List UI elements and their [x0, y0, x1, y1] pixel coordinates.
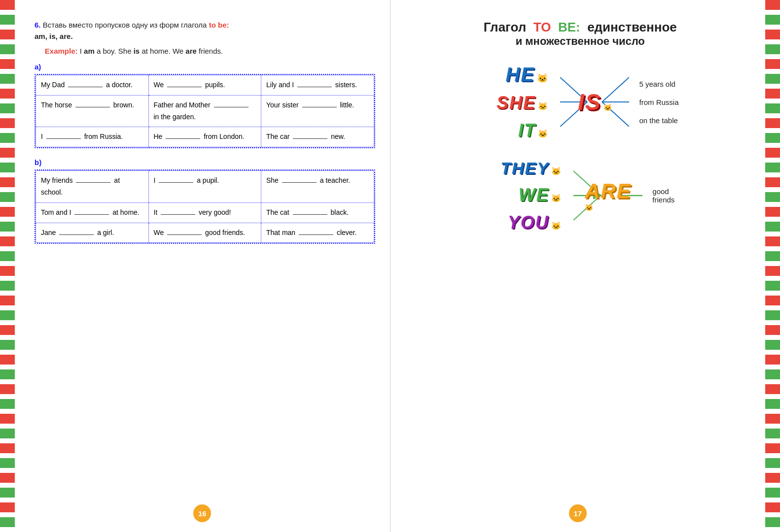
table-cell: My friends at school. — [36, 171, 149, 203]
main-content: 6. Вставь вместо пропусков одну из форм … — [15, 0, 765, 532]
table-cell: Jane a girl. — [36, 223, 149, 243]
he-pronoun: HE 🐱 — [505, 64, 548, 86]
blank — [166, 138, 200, 139]
desc3: on the table — [639, 116, 678, 125]
border-left — [0, 0, 15, 532]
are-verb: ARE — [585, 179, 632, 203]
is-word-ex: is — [134, 47, 140, 55]
page-number-right: 17 — [569, 504, 587, 522]
exercise-header: 6. Вставь вместо пропусков одну из форм … — [35, 20, 375, 42]
exercise-number: 6. — [35, 21, 41, 29]
table-cell: We pupils. — [148, 75, 261, 96]
title-edinst: единственное — [587, 20, 677, 34]
blank — [167, 234, 202, 235]
are-word-ex: are — [185, 47, 197, 55]
title-to: TO — [533, 20, 551, 34]
blank — [74, 214, 109, 215]
blank — [46, 138, 81, 139]
blank — [68, 87, 103, 87]
blank — [293, 214, 327, 215]
table-row: My Dad a doctor. We pupils. Lily and I s… — [36, 75, 374, 96]
exercise-table-b: My friends at school. I a pupil. She a t… — [35, 169, 375, 244]
forms: am, is, are. — [35, 32, 73, 40]
table-row: The horse brown. Father and Mother in th… — [36, 95, 374, 127]
table-cell: That man clever. — [261, 223, 374, 243]
blank — [299, 234, 333, 235]
left-page: 6. Вставь вместо пропусков одну из форм … — [15, 0, 390, 532]
table-cell: The cat black. — [261, 202, 374, 223]
right-title: Глагол TO BE: единственное и множественн… — [410, 20, 751, 48]
title-be: BE: — [558, 20, 580, 34]
table-cell: Lily and I sisters. — [261, 75, 374, 96]
she-pronoun: SHE 🐱 — [496, 93, 548, 113]
blank — [76, 182, 110, 183]
title-glagol: Глагол — [484, 20, 527, 34]
is-verb: IS — [578, 89, 601, 115]
page-number-left: 16 — [193, 504, 211, 522]
border-right — [765, 0, 780, 532]
table-cell: Tom and I at home. — [36, 202, 149, 223]
table-cell: Your sister little. — [261, 95, 374, 127]
table-cell: My Dad a doctor. — [36, 75, 149, 96]
blank — [214, 107, 248, 107]
table-cell: I a pupil. — [148, 171, 261, 203]
table-cell: It very good! — [148, 202, 261, 223]
blank — [302, 107, 337, 107]
they-pronoun: THEY 🐱 — [500, 159, 561, 178]
title-line1: Глагол TO BE: единственное — [410, 20, 751, 35]
blank — [161, 214, 195, 215]
table-cell: Father and Mother in the garden. — [148, 95, 261, 127]
example-line: Example: I am a boy. She is at home. We … — [35, 47, 375, 55]
table-cell: The car new. — [261, 127, 374, 147]
table-cell: The horse brown. — [36, 95, 149, 127]
title-line2: и множественное число — [410, 35, 751, 48]
table-row: My friends at school. I a pupil. She a t… — [36, 171, 374, 203]
blank — [297, 87, 332, 87]
table-cell: He from London. — [148, 127, 261, 147]
table-cell: She a teacher. — [261, 171, 374, 203]
example-label: Example: — [45, 47, 78, 55]
exercise-instruction: Вставь вместо пропусков одну из форм гла… — [43, 21, 207, 29]
we-pronoun: WE 🐱 — [519, 185, 561, 205]
blank — [167, 87, 202, 87]
blank — [282, 182, 317, 183]
desc2: from Russia — [639, 98, 678, 106]
section-b-label: b) — [35, 158, 375, 166]
desc1: 5 years old — [639, 80, 678, 88]
table-row: I from Russia. He from London. The car n… — [36, 127, 374, 147]
section-a-label: a) — [35, 63, 375, 71]
table-cell: I from Russia. — [36, 127, 149, 147]
right-page: Глагол TO BE: единственное и множественн… — [390, 0, 766, 532]
blank — [59, 234, 94, 235]
table-row: Tom and I at home. It very good! The cat… — [36, 202, 374, 223]
it-pronoun: IT 🐱 — [518, 120, 548, 141]
blank — [159, 182, 193, 183]
table-cell: We good friends. — [148, 223, 261, 243]
am-word: am — [84, 47, 95, 55]
you-pronoun: YOU 🐱 — [508, 212, 561, 233]
to-be-label: to be: — [209, 21, 229, 29]
desc4: goodfriends — [652, 187, 674, 204]
exercise-table-a: My Dad a doctor. We pupils. Lily and I s… — [35, 74, 375, 148]
blank — [75, 107, 110, 107]
blank — [293, 138, 327, 139]
table-row: Jane a girl. We good friends. That man c… — [36, 223, 374, 243]
